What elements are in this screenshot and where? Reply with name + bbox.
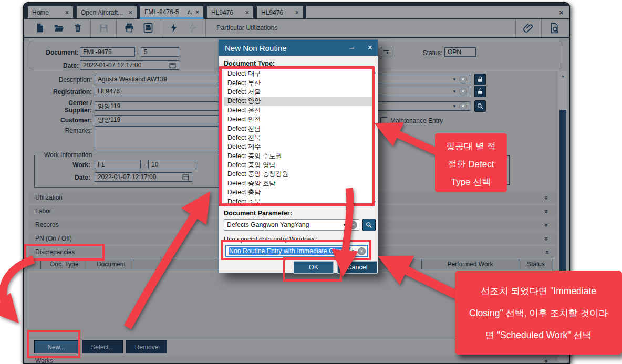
document-type-item[interactable]: Defect 부산 (224, 78, 373, 87)
tab-close-icon[interactable]: × (245, 9, 249, 16)
clear-icon[interactable]: × (358, 247, 366, 255)
calendar-icon[interactable] (182, 174, 189, 181)
minimize-icon[interactable]: – (349, 43, 354, 53)
calendar-icon[interactable] (169, 62, 176, 69)
chevron-icon[interactable]: » (543, 359, 551, 362)
document-type-list[interactable]: Defect 대구Defect 부산Defect 서울Defect 양양Defe… (224, 69, 374, 206)
dialog-titlebar[interactable]: New Non Routine – × (219, 40, 378, 56)
delete-icon[interactable] (68, 20, 87, 36)
document-type-item[interactable]: Defect 중앙 영남 (224, 161, 373, 170)
document-separator: - (136, 49, 140, 56)
dropdown-arrow-icon[interactable]: ▼ (351, 249, 355, 254)
tab[interactable]: HL9476 × (256, 6, 304, 19)
chevron-icon[interactable]: » (543, 223, 551, 226)
unlock-icon[interactable] (474, 86, 486, 97)
list-scroll-up-icon[interactable]: ▲ (372, 70, 376, 74)
ok-button[interactable]: OK (294, 261, 334, 274)
open-folder-icon[interactable] (49, 20, 68, 36)
document-type-item[interactable]: Defect 중앙 호남 (224, 179, 373, 188)
tab-close-icon[interactable]: × (295, 9, 299, 16)
lightning-icon[interactable] (164, 20, 183, 36)
dropdown-arrow-icon[interactable]: ▼ (452, 77, 457, 82)
document-type-item[interactable]: Defect 제주 (224, 142, 373, 151)
document-type-item[interactable]: Defect 대구 (224, 69, 373, 78)
document-type-item[interactable]: Defect 충북 (224, 197, 373, 206)
cancel-button[interactable]: Cancel (337, 261, 377, 274)
lock-icon[interactable] (474, 74, 486, 85)
tab[interactable]: HL9476 × (206, 6, 254, 19)
column-header[interactable]: Status (519, 259, 553, 269)
clear-icon[interactable]: × (459, 76, 467, 84)
document-type-item-label: Defect 울산 (227, 106, 261, 115)
dialog-title: New Non Routine (225, 44, 287, 53)
document-type-item[interactable]: Defect 서울 (224, 88, 373, 97)
document-type-item[interactable]: Defect 양양 (224, 97, 373, 106)
calendar-icon[interactable] (381, 47, 391, 57)
chevron-icon[interactable]: » (543, 195, 551, 199)
tab-close-icon[interactable]: × (65, 9, 69, 16)
document-type-item[interactable]: Defect 중앙 수도권 (224, 152, 373, 161)
special-entry-combo[interactable]: Non Routine Entry with Immediate Closing… (225, 245, 368, 257)
maintenance-entry-label: Maintenance Entry (390, 117, 453, 124)
column-header[interactable]: Document (88, 259, 134, 269)
search-icon[interactable] (474, 100, 486, 112)
dropdown-arrow-icon[interactable]: ▼ (452, 104, 457, 109)
close-icon[interactable]: × (368, 43, 372, 53)
window-close-icon[interactable]: × (559, 8, 564, 17)
toolbar-title: Particular Utilizations (216, 24, 278, 32)
document-type-item[interactable]: Defect 중앙 충청강원 (224, 170, 373, 179)
pin-icon[interactable] (187, 9, 192, 15)
clear-icon[interactable]: × (349, 221, 357, 229)
action-button[interactable]: New... (34, 340, 78, 353)
print-preview-icon[interactable] (139, 20, 158, 36)
tab-close-icon[interactable]: × (129, 9, 132, 16)
action-button[interactable]: Remove (126, 340, 167, 353)
tab[interactable]: FML-9476-5 × (140, 6, 204, 19)
search-icon[interactable] (362, 219, 376, 231)
cancel-button-label: Cancel (347, 264, 368, 271)
work-value: FL (98, 161, 105, 168)
toolbar-divider (205, 19, 206, 37)
column-header[interactable]: Performed Work (422, 259, 519, 269)
column-header[interactable] (29, 259, 41, 269)
annotation-line: 절한 Defect (435, 155, 507, 173)
document-type-item[interactable]: Defect 전북 (224, 133, 373, 142)
work-sub-field[interactable]: 10 (148, 160, 196, 169)
dropdown-arrow-icon[interactable]: ▼ (343, 223, 347, 227)
maintenance-entry-checkbox[interactable] (380, 117, 387, 124)
date-field[interactable]: 2022-01-07 12:17:00 (80, 60, 179, 70)
document-type-item-label: Defect 충남 (227, 188, 261, 197)
attachment-icon[interactable] (519, 20, 538, 36)
action-button[interactable]: Select... (82, 340, 123, 353)
chevron-icon[interactable]: » (543, 236, 551, 240)
ok-button-label: OK (309, 264, 318, 271)
chevron-icon[interactable]: » (543, 209, 551, 213)
document-type-item[interactable]: Defect 충남 (224, 188, 373, 197)
scrollbar-up-icon[interactable]: ▲ (558, 74, 567, 78)
document-type-item[interactable]: Defect 울산 (224, 106, 373, 115)
tab[interactable]: Open Aircraft... × (76, 6, 137, 19)
section-bar-works[interactable]: Works » (29, 355, 556, 364)
new-document-icon[interactable] (30, 20, 49, 36)
document-sub-field[interactable]: 5 (141, 47, 179, 57)
document-type-item[interactable]: Defect 전남 (224, 124, 373, 133)
tab[interactable]: Home × (27, 6, 74, 19)
clear-icon[interactable]: × (459, 88, 467, 96)
center-supplier-value: 양양119 (98, 102, 120, 111)
work-field[interactable]: FL (95, 160, 141, 169)
work-date-field[interactable]: 2022-01-07 12:17:00 (95, 172, 192, 182)
document-number-field[interactable]: FML-9476 (80, 47, 135, 57)
document-type-item[interactable]: Defect 인천 (224, 115, 373, 124)
column-header[interactable]: Doc. Type (41, 259, 88, 269)
document-parameter-combo[interactable]: Defects Gangwon YangYang ▼ × (224, 219, 359, 231)
chevron-icon[interactable]: » (543, 250, 551, 254)
clear-icon[interactable]: × (459, 102, 467, 110)
column-header-label: Document (97, 261, 126, 268)
list-scroll-down-icon[interactable]: ▼ (372, 200, 376, 204)
tab-close-icon[interactable]: × (195, 8, 199, 16)
document-parameter-value: Defects Gangwon YangYang (227, 221, 309, 228)
dropdown-arrow-icon[interactable]: ▼ (452, 89, 457, 94)
date-value: 2022-01-07 12:17:00 (83, 61, 141, 69)
print-icon[interactable] (120, 20, 139, 36)
document-search-icon[interactable] (545, 20, 564, 36)
